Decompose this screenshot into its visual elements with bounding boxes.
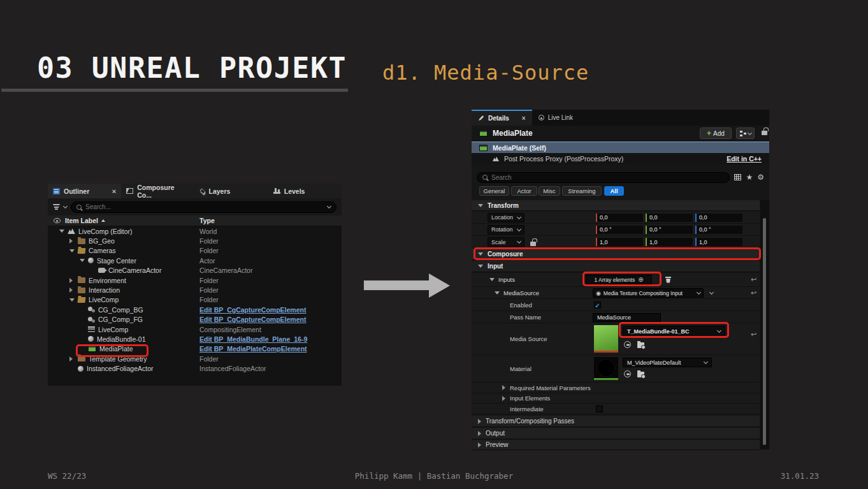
expand-arrow-icon[interactable] — [502, 396, 505, 401]
table-row[interactable]: CineCameraActorCineCameraActor — [48, 266, 342, 275]
media-source-dropdown[interactable]: T_MediaBundle-01_BC — [623, 326, 725, 337]
table-row[interactable]: Stage CenterActor — [48, 256, 342, 265]
expand-arrow-icon[interactable] — [69, 238, 75, 244]
intermediate-checkbox[interactable] — [596, 405, 603, 412]
scale-z-field[interactable]: 1,0 — [695, 238, 742, 246]
tab-levels[interactable]: Levels — [268, 184, 342, 198]
tab-details[interactable]: Details × — [472, 110, 532, 126]
expand-arrow-icon[interactable] — [502, 385, 505, 390]
material-thumbnail[interactable] — [594, 357, 618, 380]
scale-lock-icon[interactable] — [530, 242, 536, 246]
tab-layers[interactable]: Layers — [195, 184, 268, 198]
filter-general[interactable]: General — [479, 186, 509, 196]
expand-arrow-icon[interactable] — [69, 356, 75, 361]
expand-arrow-icon[interactable] — [69, 249, 75, 252]
expander-chevron-icon[interactable] — [709, 289, 714, 294]
tab-outliner[interactable]: Outliner× — [48, 184, 121, 198]
table-row[interactable]: LiveComp (Editor)World — [48, 226, 342, 236]
scrollbar-thumb[interactable] — [763, 218, 766, 445]
reset-icon[interactable]: ↩ — [751, 276, 756, 283]
add-element-icon[interactable]: ⊕ — [638, 277, 643, 283]
table-row[interactable]: LiveCompFolder — [48, 295, 342, 305]
rotation-x-field[interactable]: 0,0 ° — [596, 226, 643, 234]
location-y-field[interactable]: 0,0 — [646, 214, 693, 222]
column-item-label[interactable]: Item Label — [65, 217, 98, 224]
table-row[interactable]: CG_Comp_BGEdit BP_CgCaptureCompElement — [48, 305, 342, 314]
add-button[interactable]: + Add — [700, 128, 732, 139]
table-row[interactable]: CG_Comp_FGEdit BP_CgCaptureCompElement — [48, 315, 342, 325]
self-row[interactable]: MediaPlate (Self) — [472, 142, 769, 153]
section-composure[interactable]: Composure — [472, 249, 760, 260]
tab-live-link[interactable]: Live Link — [532, 110, 579, 126]
reset-icon[interactable]: ↩ — [751, 289, 756, 296]
mediasource-type-dropdown[interactable]: ◉ Media Texture Compositing Input — [593, 288, 704, 298]
table-row[interactable]: MediaBundle-01Edit BP_MediaBundle_Plane_… — [48, 334, 342, 344]
column-type[interactable]: Type — [199, 217, 215, 224]
lock-button[interactable] — [759, 128, 769, 139]
browse-to-asset-icon[interactable] — [637, 342, 644, 348]
delete-elements-icon[interactable] — [665, 277, 671, 283]
location-z-field[interactable]: 0,0 — [695, 214, 742, 222]
scale-axis-dropdown[interactable]: Scale — [488, 237, 524, 247]
table-row[interactable]: BG_GeoFolder — [48, 236, 342, 245]
favorites-star-icon[interactable]: ★ — [746, 173, 753, 181]
expand-arrow-icon[interactable] — [69, 278, 75, 283]
expand-arrow-icon[interactable] — [59, 230, 64, 233]
table-row[interactable]: EnvironmentFolder — [48, 275, 342, 285]
use-selected-asset-icon[interactable] — [624, 370, 631, 377]
rotation-z-field[interactable]: 0,0 ° — [695, 226, 742, 234]
item-type[interactable]: Edit BP_CgCaptureCompElement — [199, 306, 306, 314]
post-process-proxy-row[interactable]: Post Process Proxy (PostProcessProxy) Ed… — [472, 153, 769, 164]
rotation-axis-dropdown[interactable]: Rotation — [488, 225, 524, 235]
table-row[interactable]: MediaPlateEdit BP_MediaPlateCompElement — [48, 344, 342, 354]
row-required-material-parameters[interactable]: Required Material Parameters — [472, 383, 760, 393]
filter-chevron-icon[interactable] — [63, 204, 68, 208]
tab-composure-co[interactable]: Composure Co... — [121, 184, 194, 198]
rotation-y-field[interactable]: 0,0 ° — [646, 226, 693, 234]
row-input-elements[interactable]: Input Elements — [472, 393, 760, 404]
enabled-checkbox[interactable] — [594, 302, 601, 309]
display-grid-icon[interactable] — [734, 174, 741, 180]
media-source-thumbnail[interactable] — [594, 325, 618, 353]
filter-streaming[interactable]: Streaming — [562, 186, 602, 196]
array-elements-field[interactable]: 1 Array elements ⊕ — [586, 275, 652, 284]
section-output[interactable]: Output — [472, 428, 760, 439]
details-search-input[interactable] — [491, 174, 724, 181]
search-chevron-icon[interactable] — [327, 204, 331, 208]
reset-icon[interactable]: ↩ — [751, 331, 756, 338]
item-type[interactable]: Edit BP_MediaPlateCompElement — [199, 345, 307, 353]
material-dropdown[interactable]: M_VideoPlateDefault — [623, 358, 712, 367]
item-type[interactable]: Edit BP_CgCaptureCompElement — [199, 316, 306, 323]
table-row[interactable]: LiveCompCompositingElement — [48, 325, 342, 334]
section-transform-compositing-passes[interactable]: Transform/Compositing Passes — [472, 416, 760, 427]
section-input[interactable]: Input — [472, 261, 760, 272]
browse-to-asset-icon[interactable] — [637, 372, 644, 377]
expand-arrow-icon[interactable] — [489, 278, 495, 281]
close-icon[interactable]: × — [112, 187, 116, 195]
table-row[interactable]: InstancedFoliageActorInstancedFoliageAct… — [48, 363, 342, 373]
filter-icon[interactable] — [53, 204, 60, 210]
search-input[interactable] — [85, 203, 324, 210]
section-transform[interactable]: Transform — [472, 200, 760, 211]
filter-all[interactable]: All — [604, 186, 624, 196]
settings-gear-icon[interactable]: ⚙ — [757, 173, 764, 181]
table-row[interactable]: InteractionFolder — [48, 285, 342, 295]
filter-misc[interactable]: Misc — [539, 186, 560, 196]
location-x-field[interactable]: 0,0 — [596, 214, 643, 222]
table-row[interactable]: CamerasFolder — [48, 246, 342, 256]
expand-arrow-icon[interactable] — [69, 288, 75, 293]
pass-name-field[interactable]: MediaSource — [593, 313, 661, 322]
scale-y-field[interactable]: 1,0 — [646, 238, 693, 246]
item-type[interactable]: Edit BP_MediaBundle_Plane_16-9 — [199, 335, 307, 343]
view-options-button[interactable] — [736, 128, 755, 139]
expand-arrow-icon[interactable] — [69, 298, 75, 302]
outliner-search-box[interactable] — [71, 201, 336, 213]
expand-arrow-icon[interactable] — [80, 259, 85, 262]
edit-in-cpp-link[interactable]: Edit in C++ — [727, 155, 762, 163]
details-search-box[interactable] — [477, 172, 730, 183]
location-axis-dropdown[interactable]: Location — [488, 213, 524, 223]
eye-icon[interactable] — [54, 218, 61, 223]
use-selected-asset-icon[interactable] — [624, 341, 631, 348]
table-row[interactable]: Template GeometryFolder — [48, 354, 342, 363]
section-preview[interactable]: Preview — [472, 440, 760, 450]
